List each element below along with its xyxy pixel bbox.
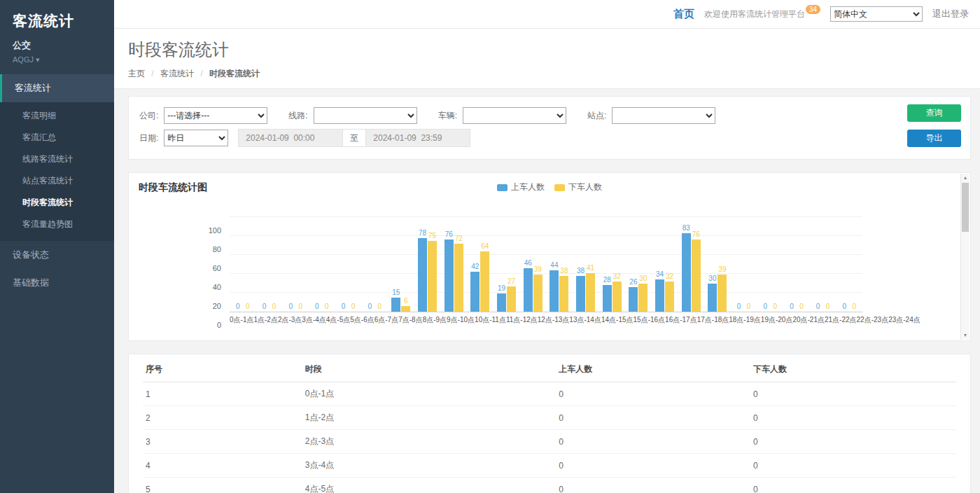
bar-value-label: 0 bbox=[763, 303, 767, 310]
chart-scrollbar[interactable]: ▲ ▼ bbox=[960, 174, 969, 340]
bar-value-label: 0 bbox=[799, 303, 804, 310]
chart-y-axis: 020406080100 bbox=[197, 218, 225, 325]
bar[interactable]: 30 bbox=[638, 284, 648, 312]
welcome-text: 欢迎使用客流统计管理平台34 bbox=[704, 8, 820, 20]
bar-value-label: 64 bbox=[481, 242, 489, 250]
bar-value-label: 0 bbox=[377, 303, 382, 310]
bar[interactable]: 19 bbox=[497, 293, 506, 312]
page-heading: 时段客流统计 主页 / 客流统计 / 时段客流统计 bbox=[114, 29, 980, 89]
x-axis-label: 9点-10点 bbox=[447, 315, 475, 325]
sidebar-item[interactable]: 站点客流统计 bbox=[0, 170, 114, 192]
sidebar-section[interactable]: 基础数据 bbox=[0, 269, 114, 297]
bar[interactable]: 6 bbox=[401, 306, 410, 312]
bar[interactable]: 30 bbox=[708, 284, 717, 312]
bar[interactable]: 41 bbox=[586, 273, 595, 312]
export-button[interactable]: 导出 bbox=[907, 130, 961, 147]
line-select[interactable] bbox=[314, 107, 417, 124]
bar[interactable]: 32 bbox=[612, 282, 622, 312]
bar-value-label: 0 bbox=[325, 303, 329, 310]
query-button[interactable]: 查询 bbox=[907, 104, 961, 122]
sidebar-item[interactable]: 客流汇总 bbox=[0, 127, 114, 148]
bar[interactable]: 15 bbox=[391, 298, 400, 312]
y-tick-label: 80 bbox=[213, 245, 221, 254]
chart-legend: 上车人数下车人数 bbox=[497, 181, 602, 193]
language-select[interactable]: 简体中文 bbox=[830, 6, 923, 22]
table-cell: 0点-1点 bbox=[302, 382, 556, 406]
bar[interactable]: 83 bbox=[682, 233, 691, 312]
chart-panel: 时段车流统计图 上车人数下车人数 020406080100 0000000000… bbox=[128, 172, 971, 341]
sidebar-item[interactable]: 时段客流统计 bbox=[0, 192, 114, 214]
bar-value-label: 0 bbox=[826, 303, 830, 310]
bar[interactable]: 28 bbox=[603, 285, 612, 312]
bar-value-label: 0 bbox=[342, 303, 346, 310]
bar-value-label: 44 bbox=[550, 261, 558, 269]
legend-item[interactable]: 上车人数 bbox=[497, 181, 545, 193]
bar[interactable]: 42 bbox=[470, 272, 479, 312]
sidebar-section-passenger-stats[interactable]: 客流统计 bbox=[0, 74, 114, 102]
sidebar-item[interactable]: 线路客流统计 bbox=[0, 148, 114, 170]
bar-group: 4438 bbox=[546, 270, 573, 312]
x-axis-label: 13点-14点 bbox=[569, 315, 601, 325]
org-code-dropdown[interactable]: AQGJ ▾ bbox=[13, 55, 102, 64]
vehicle-select[interactable] bbox=[463, 107, 566, 124]
date-preset-select[interactable]: 昨日 bbox=[164, 130, 228, 146]
bar-value-label: 0 bbox=[236, 303, 240, 310]
bar[interactable]: 78 bbox=[418, 238, 427, 312]
home-link[interactable]: 首页 bbox=[673, 8, 694, 21]
table-cell: 2 bbox=[143, 406, 302, 430]
bar-value-label: 32 bbox=[666, 272, 673, 280]
bar-value-label: 28 bbox=[603, 276, 611, 284]
bar[interactable]: 38 bbox=[576, 276, 585, 312]
bar-value-label: 0 bbox=[790, 303, 794, 310]
table-cell: 0 bbox=[750, 454, 956, 478]
sidebar-profile: 公交 AQGJ ▾ bbox=[0, 32, 114, 74]
x-axis-label: 8点-9点 bbox=[423, 315, 447, 325]
line-label: 线路: bbox=[288, 110, 307, 122]
scrollbar-thumb[interactable] bbox=[962, 183, 969, 232]
bar[interactable]: 39 bbox=[718, 275, 727, 312]
bar[interactable]: 34 bbox=[655, 279, 664, 312]
bar[interactable]: 38 bbox=[559, 276, 568, 312]
bar[interactable]: 39 bbox=[533, 275, 542, 312]
org-code-label: AQGJ bbox=[13, 55, 34, 64]
bar[interactable]: 32 bbox=[665, 282, 674, 312]
bar[interactable]: 64 bbox=[480, 251, 489, 312]
bar[interactable]: 76 bbox=[444, 239, 454, 312]
content: 公司: ---请选择--- 线路: 车辆: 站点: bbox=[114, 89, 980, 493]
bar-value-label: 0 bbox=[773, 303, 777, 310]
breadcrumb-separator: / bbox=[151, 69, 153, 78]
station-select[interactable] bbox=[612, 107, 715, 124]
org-name: 公交 bbox=[13, 39, 102, 52]
bar-value-label: 39 bbox=[534, 265, 542, 273]
table-row: 54点-5点00 bbox=[143, 478, 956, 493]
legend-item[interactable]: 下车人数 bbox=[554, 181, 602, 193]
bar-group: 4639 bbox=[519, 268, 546, 312]
bar[interactable]: 75 bbox=[428, 241, 437, 312]
bar[interactable]: 72 bbox=[454, 244, 463, 312]
table-cell: 0 bbox=[750, 478, 956, 493]
bar[interactable]: 27 bbox=[507, 286, 516, 312]
x-axis-label: 1点-2点 bbox=[253, 315, 277, 325]
scroll-up-icon[interactable]: ▲ bbox=[961, 174, 969, 182]
breadcrumb-section[interactable]: 客流统计 bbox=[160, 69, 194, 78]
company-select[interactable]: ---请选择--- bbox=[164, 107, 267, 124]
sidebar-item[interactable]: 客流量趋势图 bbox=[0, 214, 114, 235]
bar-value-label: 0 bbox=[288, 303, 293, 310]
bar[interactable]: 26 bbox=[629, 287, 638, 312]
scroll-down-icon[interactable]: ▼ bbox=[961, 331, 969, 340]
breadcrumb-home[interactable]: 主页 bbox=[128, 69, 145, 78]
bar[interactable]: 76 bbox=[692, 239, 701, 312]
table-body: 10点-1点0021点-2点0032点-3点0043点-4点0054点-5点00… bbox=[143, 382, 956, 493]
bar[interactable]: 44 bbox=[550, 270, 559, 312]
x-axis-label: 3点-4点 bbox=[302, 315, 326, 325]
date-from-input[interactable] bbox=[238, 129, 343, 147]
breadcrumb-current: 时段客流统计 bbox=[209, 69, 260, 78]
sidebar-section[interactable]: 设备状态 bbox=[0, 241, 114, 269]
table-cell: 0 bbox=[556, 454, 750, 478]
bar[interactable]: 46 bbox=[524, 268, 533, 312]
sidebar-item[interactable]: 客流明细 bbox=[0, 105, 114, 127]
date-to-input[interactable] bbox=[365, 129, 470, 147]
sidebar-other-sections: 设备状态基础数据 bbox=[0, 241, 114, 297]
table-row: 21点-2点00 bbox=[143, 406, 956, 430]
logout-link[interactable]: 退出登录 bbox=[932, 8, 969, 20]
